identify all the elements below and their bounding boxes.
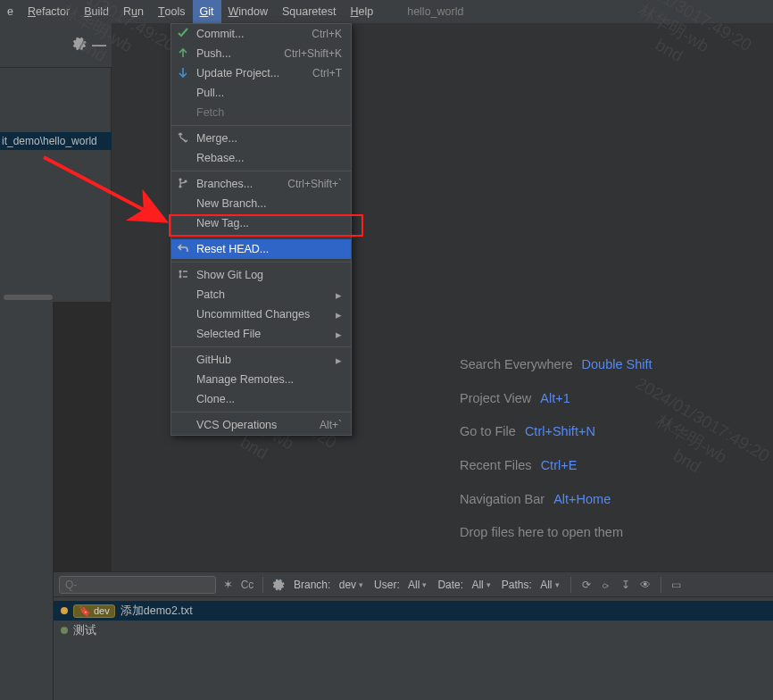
branch-tag[interactable]: 🔖dev bbox=[73, 604, 115, 618]
git-menu-rebase[interactable]: Rebase... bbox=[171, 148, 351, 168]
merge-icon bbox=[177, 131, 191, 146]
menu-item-label: Commit... bbox=[196, 28, 244, 40]
search-icon: Q- bbox=[65, 579, 77, 591]
commit-node-icon bbox=[61, 627, 68, 634]
filter-user[interactable]: User: All▾ bbox=[370, 579, 430, 591]
menu-item-label: GitHub bbox=[196, 354, 231, 366]
hint-label: Go to File bbox=[460, 424, 516, 438]
refresh-icon[interactable]: ⟳ bbox=[578, 577, 594, 593]
git-log-toolbar: Q- ✶ Cc Branch: dev▾ User: All▾ Date: Al… bbox=[54, 572, 773, 597]
submenu-arrow-icon: ▸ bbox=[336, 354, 342, 367]
hint-project-view: Project View Alt+1 bbox=[460, 382, 652, 416]
commit-row[interactable]: 🔖dev添加demo2.txt bbox=[54, 601, 773, 621]
menu-build[interactable]: Build bbox=[77, 0, 116, 23]
menu-e[interactable]: e bbox=[0, 0, 21, 23]
git-menu-patch[interactable]: Patch▸ bbox=[171, 285, 351, 304]
commit-list[interactable]: 🔖dev添加demo2.txt测试 bbox=[54, 597, 773, 644]
menu-item-label: VCS Operations bbox=[196, 419, 277, 431]
git-menu-github[interactable]: GitHub▸ bbox=[171, 350, 351, 370]
hint-shortcut: Ctrl+Shift+N bbox=[525, 424, 595, 438]
menu-item-label: Branches... bbox=[196, 178, 253, 190]
git-menu-uncommitted-changes[interactable]: Uncommitted Changes▸ bbox=[171, 304, 351, 324]
menu-item-label: Push... bbox=[196, 47, 231, 60]
hint-label: Project View bbox=[460, 391, 531, 405]
menu-separator bbox=[171, 236, 351, 237]
minimize-icon[interactable]: — bbox=[92, 38, 106, 54]
gear-icon[interactable] bbox=[72, 37, 87, 54]
separator bbox=[661, 577, 661, 593]
menu-run[interactable]: Run bbox=[116, 0, 151, 23]
shortcut-text: Ctrl+Shift+K bbox=[284, 47, 342, 60]
cherry-pick-icon[interactable]: ⪧ bbox=[598, 577, 614, 593]
menu-separator bbox=[171, 171, 351, 171]
project-tree[interactable]: it_demo\hello_world bbox=[0, 68, 112, 302]
menu-item-label: Selected File bbox=[196, 328, 261, 340]
menu-item-label: Pull... bbox=[196, 87, 224, 99]
git-menu-vcs-operations[interactable]: VCS OperationsAlt+` bbox=[171, 415, 351, 435]
git-menu-reset-head[interactable]: Reset HEAD... bbox=[171, 239, 351, 259]
tree-hscrollbar[interactable] bbox=[4, 295, 53, 300]
menu-item-label: Fetch bbox=[196, 106, 224, 119]
menu-bar: eRefactorBuildRunToolsGitWindowSquaretes… bbox=[0, 0, 773, 23]
git-menu-pull[interactable]: Pull... bbox=[171, 83, 351, 103]
git-menu-commit[interactable]: Commit...Ctrl+K bbox=[171, 24, 351, 44]
hint-navigation-bar: Navigation Bar Alt+Home bbox=[460, 483, 652, 517]
shortcut-text: Alt+` bbox=[320, 419, 342, 431]
welcome-hints: Search Everywhere Double ShiftProject Vi… bbox=[460, 348, 652, 550]
menu-git[interactable]: Git bbox=[193, 0, 221, 23]
shortcut-text: Ctrl+K bbox=[312, 28, 342, 40]
separator bbox=[262, 577, 263, 593]
hint-label: Search Everywhere bbox=[460, 357, 573, 371]
commit-node-icon bbox=[61, 607, 68, 614]
filter-branch[interactable]: Branch: dev▾ bbox=[290, 579, 367, 591]
hint-go-to-file: Go to File Ctrl+Shift+N bbox=[460, 415, 652, 449]
git-log-search-input[interactable]: Q- bbox=[59, 576, 216, 594]
hint-label: Recent Files bbox=[460, 458, 532, 472]
menu-separator bbox=[171, 346, 351, 347]
regex-icon[interactable]: ✶ bbox=[220, 577, 236, 593]
log-icon bbox=[177, 268, 191, 282]
git-menu-push[interactable]: Push...Ctrl+Shift+K bbox=[171, 44, 351, 63]
hint-shortcut: Alt+Home bbox=[553, 492, 611, 506]
menu-refactor[interactable]: Refactor bbox=[21, 0, 77, 23]
git-menu-new-tag[interactable]: New Tag... bbox=[171, 213, 351, 233]
menu-item-label: Rebase... bbox=[196, 152, 245, 164]
match-case-icon[interactable]: Cc bbox=[239, 577, 255, 593]
git-dropdown-menu: Commit...Ctrl+KPush...Ctrl+Shift+KUpdate… bbox=[170, 23, 352, 436]
check-green-icon bbox=[177, 27, 191, 41]
branch-icon bbox=[177, 177, 191, 191]
menu-item-label: New Tag... bbox=[196, 217, 249, 229]
git-menu-show-git-log[interactable]: Show Git Log bbox=[171, 265, 351, 285]
git-menu-selected-file[interactable]: Selected File▸ bbox=[171, 324, 351, 344]
menu-separator bbox=[171, 412, 351, 412]
filter-paths[interactable]: Paths: All▾ bbox=[498, 579, 563, 591]
git-menu-branches[interactable]: Branches...Ctrl+Shift+` bbox=[171, 174, 351, 194]
separator bbox=[570, 577, 571, 593]
git-menu-merge[interactable]: Merge... bbox=[171, 129, 351, 148]
goto-hash-icon[interactable]: ↧ bbox=[618, 577, 634, 593]
menu-separator bbox=[171, 125, 351, 126]
hint-search-everywhere: Search Everywhere Double Shift bbox=[460, 348, 652, 382]
undo-icon bbox=[177, 242, 191, 256]
menu-squaretest[interactable]: Squaretest bbox=[275, 0, 343, 23]
drop-hint: Drop files here to open them bbox=[460, 516, 652, 550]
menu-item-label: Clone... bbox=[196, 393, 235, 405]
left-gutter bbox=[0, 302, 54, 571]
gear-icon[interactable] bbox=[270, 577, 287, 593]
menu-item-label: Show Git Log bbox=[196, 269, 263, 281]
menu-window[interactable]: Window bbox=[221, 0, 275, 23]
menu-help[interactable]: Help bbox=[343, 0, 380, 23]
menu-item-label: Reset HEAD... bbox=[196, 243, 269, 255]
git-menu-clone[interactable]: Clone... bbox=[171, 389, 351, 409]
git-menu-update-project[interactable]: Update Project...Ctrl+T bbox=[171, 63, 351, 83]
git-menu-new-branch[interactable]: New Branch... bbox=[171, 194, 351, 213]
git-menu-manage-remotes[interactable]: Manage Remotes... bbox=[171, 370, 351, 389]
layout-icon[interactable]: ▭ bbox=[669, 577, 685, 593]
commit-row[interactable]: 测试 bbox=[54, 621, 773, 640]
menu-item-label: Uncommitted Changes bbox=[196, 308, 310, 321]
filter-date[interactable]: Date: All▾ bbox=[434, 579, 494, 591]
tree-selected-node[interactable]: it_demo\hello_world bbox=[0, 132, 112, 150]
eye-icon[interactable]: 👁 bbox=[637, 577, 653, 593]
submenu-arrow-icon: ▸ bbox=[336, 308, 342, 321]
menu-tools[interactable]: Tools bbox=[151, 0, 193, 23]
